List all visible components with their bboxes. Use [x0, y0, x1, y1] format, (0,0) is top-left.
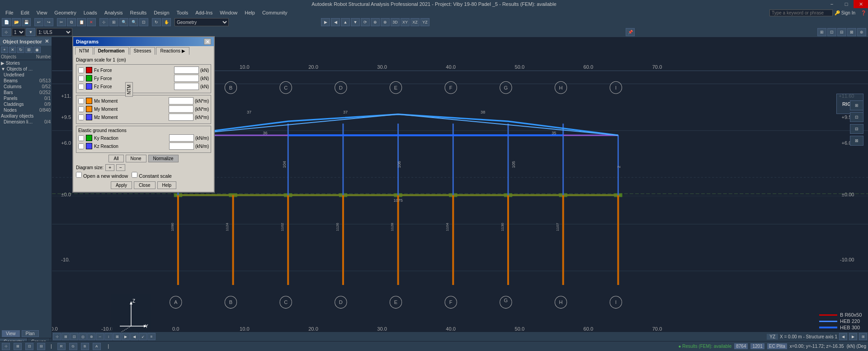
tb2-load-arrow[interactable]: ▼: [26, 28, 35, 36]
mx-checkbox[interactable]: [78, 98, 84, 104]
size-minus-button[interactable]: −: [116, 164, 125, 171]
save-button[interactable]: 💾: [22, 18, 31, 26]
tree-objects-model[interactable]: ▼ Objects of a model: [0, 66, 52, 72]
mz-input[interactable]: [169, 114, 193, 121]
bt-7[interactable]: ↕: [104, 333, 113, 340]
tb-results-3[interactable]: ▲: [341, 18, 350, 26]
bt-9[interactable]: ▶: [122, 333, 130, 340]
rotate-button[interactable]: ↻: [152, 18, 161, 26]
load-case-select[interactable]: 1: [12, 28, 25, 36]
status-btn-7[interactable]: B: [81, 343, 89, 350]
right-icon-1[interactable]: ⊞: [850, 100, 863, 110]
help-icon[interactable]: ❓: [861, 10, 866, 15]
right-icon-3[interactable]: ⊟: [850, 124, 863, 134]
fz-checkbox[interactable]: [78, 84, 84, 90]
bt-4[interactable]: ◎: [79, 333, 87, 340]
coord-next[interactable]: ▶: [849, 333, 857, 340]
tree-undefined[interactable]: Undefined: [0, 72, 52, 78]
constant-scale-checkbox[interactable]: [132, 172, 137, 178]
tab-view[interactable]: View: [2, 330, 20, 337]
bt-10[interactable]: ◀: [130, 333, 138, 340]
fz-input[interactable]: [174, 83, 199, 90]
status-btn-1[interactable]: ⊹: [2, 343, 10, 350]
menu-community[interactable]: Community: [259, 9, 291, 16]
bt-8[interactable]: ⊠: [113, 333, 121, 340]
menu-analysis[interactable]: Analysis: [101, 9, 127, 16]
help-button[interactable]: Help: [157, 181, 177, 189]
sign-in-button[interactable]: 🔑 Sign In: [835, 10, 855, 15]
ky-input[interactable]: [169, 134, 194, 142]
zoom-out-button[interactable]: 🔍: [129, 18, 138, 26]
normalize-button[interactable]: Normalize: [148, 155, 179, 162]
inspector-tb1[interactable]: +: [1, 47, 8, 53]
diag-tab-ntm[interactable]: NTM: [75, 47, 93, 55]
status-btn-6[interactable]: G: [69, 343, 77, 350]
diagrams-title-bar[interactable]: Diagrams ✕: [73, 37, 214, 46]
tree-stories[interactable]: ▶ Stories: [0, 60, 52, 66]
menu-help[interactable]: Help: [241, 9, 259, 16]
tree-panels[interactable]: Panels 0/1: [0, 95, 52, 101]
status-btn-5[interactable]: R: [57, 343, 66, 350]
my-checkbox[interactable]: [78, 106, 84, 112]
redo-button[interactable]: ↪: [44, 18, 53, 26]
tb-results-7[interactable]: ⊗: [381, 18, 390, 26]
cut-button[interactable]: ✂: [57, 18, 66, 26]
inspector-tb2[interactable]: ✕: [9, 47, 16, 53]
tb-view-xy[interactable]: XY: [401, 18, 410, 26]
kz-checkbox[interactable]: [78, 143, 84, 149]
paste-button[interactable]: 📋: [77, 18, 86, 26]
tree-claddings[interactable]: Claddings 0/9: [0, 101, 52, 107]
tree-bars[interactable]: Bars 0/252: [0, 90, 52, 95]
fy-checkbox[interactable]: [78, 76, 84, 81]
bt-2[interactable]: ⊞: [61, 333, 70, 340]
tb-results-6[interactable]: ⊕: [371, 18, 380, 26]
bt-3[interactable]: ⊡: [70, 333, 78, 340]
tb-results-1[interactable]: ▶: [321, 18, 330, 26]
tb-view-xz[interactable]: XZ: [410, 18, 420, 26]
size-plus-button[interactable]: +: [105, 164, 114, 171]
my-input[interactable]: [169, 105, 193, 113]
fy-input[interactable]: [174, 75, 199, 82]
undo-button[interactable]: ↩: [34, 18, 43, 26]
zoom-fit-button[interactable]: ⊡: [139, 18, 148, 26]
tb-results-4[interactable]: ▼: [351, 18, 360, 26]
inspector-tb5[interactable]: ◉: [33, 47, 41, 53]
open-new-window-checkbox[interactable]: [76, 172, 82, 178]
tb2-1[interactable]: ⊹: [2, 28, 11, 36]
right-icon-4[interactable]: ⊠: [850, 136, 863, 146]
new-button[interactable]: 📄: [2, 18, 11, 26]
menu-results[interactable]: Results: [127, 9, 151, 16]
bt-5[interactable]: ⊛: [87, 333, 95, 340]
select-all-button[interactable]: ⊞: [109, 18, 118, 26]
dialog-close-button[interactable]: Close: [134, 181, 156, 189]
kz-input[interactable]: [169, 142, 194, 150]
none-button[interactable]: None: [126, 155, 146, 162]
inspector-close[interactable]: ✕: [45, 38, 49, 44]
inspector-tb3[interactable]: ↻: [17, 47, 24, 53]
inspector-tb4[interactable]: ⊞: [25, 47, 33, 53]
all-button[interactable]: All: [108, 155, 123, 162]
tab-plan[interactable]: Plan: [22, 330, 39, 337]
coord-expand[interactable]: ⊞: [859, 333, 867, 340]
tb-view-3d[interactable]: 3D: [391, 18, 400, 26]
tb2-pin[interactable]: 📌: [626, 28, 635, 36]
delete-button[interactable]: ✕: [87, 18, 96, 26]
minimize-button[interactable]: −: [825, 0, 839, 8]
menu-tools[interactable]: Tools: [173, 9, 192, 16]
tb-view-yz[interactable]: YZ: [420, 18, 429, 26]
tb2-r5[interactable]: ⊛: [857, 28, 866, 36]
tree-dimension[interactable]: Dimension lines 0/4: [0, 119, 52, 125]
menu-geometry[interactable]: Geometry: [51, 9, 80, 16]
diagrams-close-button[interactable]: ✕: [204, 38, 211, 45]
diag-tab-reactions[interactable]: Reactions ▶: [156, 47, 189, 55]
copy-button[interactable]: ⧉: [67, 18, 76, 26]
menu-edit[interactable]: Edit: [17, 9, 33, 16]
tb2-r3[interactable]: ⊟: [837, 28, 846, 36]
geometry-dropdown[interactable]: Geometry: [175, 18, 229, 26]
bt-12[interactable]: ≡: [147, 333, 156, 340]
diag-tab-deformation[interactable]: Deformation: [94, 47, 129, 55]
menu-loads[interactable]: Loads: [80, 9, 101, 16]
bt-6[interactable]: ↔: [96, 333, 104, 340]
coord-prev[interactable]: ◀: [839, 333, 847, 340]
menu-window[interactable]: Window: [216, 9, 241, 16]
